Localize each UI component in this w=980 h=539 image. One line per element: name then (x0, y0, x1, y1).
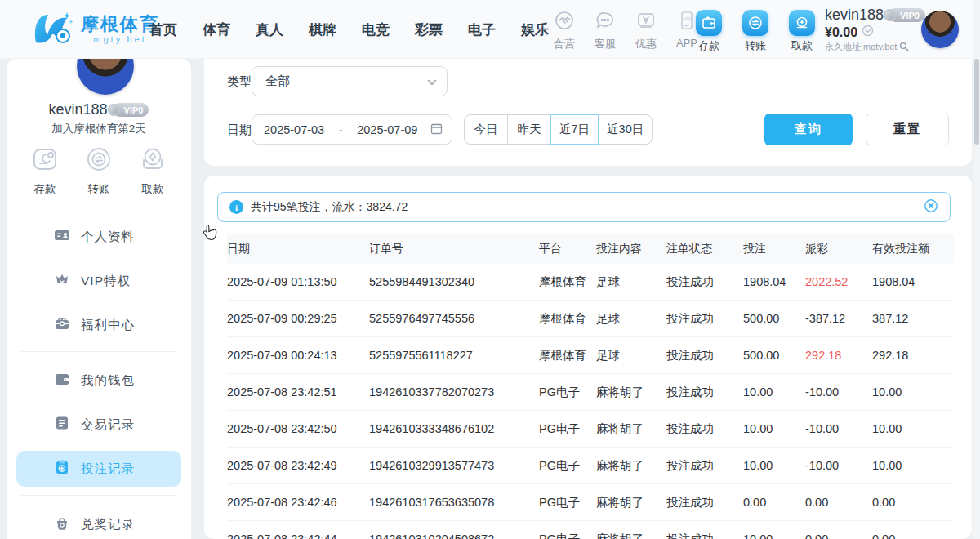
refresh-balance-icon[interactable] (862, 24, 874, 40)
cell-order: 5255975561118227 (369, 349, 539, 362)
sidebar-item-bet-records[interactable]: 投注记录 (16, 451, 181, 487)
header-payout: 派彩 (805, 242, 872, 256)
cell-date: 2025-07-08 23:42:51 (227, 385, 369, 399)
cell-payout: 0.00 (805, 496, 872, 509)
cell-date: 2025-07-09 00:29:25 (227, 312, 369, 325)
nav-item-cards[interactable]: 棋牌 (309, 20, 336, 39)
withdraw-outline-icon (137, 144, 168, 178)
support-button[interactable]: 客服 (590, 10, 621, 51)
cell-status: 投注成功 (666, 421, 743, 437)
date-range-input[interactable]: 2025-07-03 - 2025-07-09 (252, 114, 452, 145)
sidebar-transfer-button[interactable]: 转账 (83, 144, 114, 197)
summary-expand-icon[interactable] (924, 198, 938, 216)
cell-order: 1942610329913577473 (369, 459, 539, 472)
cell-payout: 0.00 (805, 532, 872, 539)
table-row: 2025-07-08 23:42:501942610333348676102PG… (227, 411, 954, 448)
sidebar-menu: 个人资料 VIP特权 福利中心 我的钱包 (7, 219, 191, 539)
table-row: 2025-07-09 00:24:135255975561118227摩根体育足… (227, 337, 954, 374)
table-row: 2025-07-09 00:29:255255976497745556摩根体育足… (227, 301, 954, 337)
sidebar-deposit-button[interactable]: 存款 (29, 144, 60, 197)
menu-divider (21, 495, 176, 496)
sidebar-item-redeem-records[interactable]: 兑奖记录 (16, 506, 181, 539)
type-select[interactable]: 全部 (252, 66, 448, 96)
wallet-icon (54, 371, 70, 390)
cell-order: 1942610337782070273 (369, 385, 539, 399)
cell-payout: -10.00 (805, 385, 872, 399)
cell-date: 2025-07-09 01:13:50 (227, 275, 369, 288)
wallet-actions: 存款 转账 取款 (693, 10, 818, 53)
nav-item-esports[interactable]: 电竞 (362, 20, 390, 39)
nav-item-home[interactable]: 首页 (149, 20, 177, 39)
user-balance: ¥0.00 (825, 25, 858, 40)
brand-logo[interactable]: 摩根体育 mgty.bet (31, 9, 159, 50)
sidebar-item-transactions[interactable]: 交易记录 (16, 407, 181, 443)
filter-panel: 类型: 全部 日期: 2025-07-03 - 2025-07-09 今日 昨天… (204, 59, 972, 166)
cell-valid: 387.12 (872, 312, 954, 325)
table-row: 2025-07-08 23:42:491942610329913577473PG… (227, 448, 954, 484)
brand-name: 摩根体育 (81, 15, 159, 34)
sidebar-item-profile[interactable]: 个人资料 (16, 219, 181, 255)
nav-item-entertainment[interactable]: 娱乐 (521, 20, 549, 39)
cell-payout: -10.00 (805, 422, 872, 435)
cell-valid: 10.00 (872, 459, 954, 472)
cell-platform: 摩根体育 (539, 348, 596, 363)
transfer-outline-icon (83, 144, 114, 178)
scrollbar-thumb[interactable] (974, 59, 979, 145)
bet-record-icon (54, 459, 70, 479)
cell-bet: 10.00 (743, 532, 805, 539)
partner-button[interactable]: 合营 (549, 10, 580, 51)
coupon-icon (635, 10, 657, 34)
header-order: 订单号 (369, 242, 539, 256)
sidebar-item-benefits[interactable]: 福利中心 (16, 307, 181, 343)
nav-item-lottery[interactable]: 彩票 (415, 20, 443, 39)
cell-payout: 2022.52 (805, 275, 872, 288)
range-today-button[interactable]: 今日 (464, 114, 508, 145)
cell-valid: 0.00 (872, 532, 954, 539)
table-row: 2025-07-09 01:13:505255984491302340摩根体育足… (227, 264, 954, 301)
cell-content: 足球 (596, 311, 666, 327)
range-yesterday-button[interactable]: 昨天 (507, 114, 551, 145)
sidebar-item-wallet[interactable]: 我的钱包 (16, 363, 181, 399)
cell-platform: PG电子 (539, 532, 596, 539)
nav-item-live[interactable]: 真人 (256, 20, 283, 39)
profile-vip-badge: VIP0 (113, 103, 149, 117)
cell-platform: PG电子 (539, 385, 596, 400)
cell-bet: 10.00 (743, 459, 805, 472)
cell-status: 投注成功 (666, 495, 743, 510)
menu-divider (21, 351, 176, 352)
cell-status: 投注成功 (666, 348, 743, 363)
cell-content: 麻将胡了 (596, 532, 666, 539)
cell-bet: 500.00 (743, 312, 805, 325)
cell-date: 2025-07-09 00:24:13 (227, 349, 369, 362)
brand-logo-icon (31, 9, 74, 50)
cell-bet: 10.00 (743, 385, 805, 399)
cell-bet: 500.00 (743, 349, 805, 362)
withdraw-button[interactable]: 取款 (786, 10, 818, 53)
table-row: 2025-07-08 23:42:441942610310204508672PG… (227, 521, 954, 539)
user-block[interactable]: kevin188 VIP0 ¥0.00 永久地址:mgty.bet (825, 7, 925, 53)
range-30days-button[interactable]: 近30日 (598, 114, 653, 145)
transfer-button[interactable]: 转账 (739, 10, 772, 53)
chevron-down-icon (427, 74, 437, 89)
cell-order: 1942610310204508672 (369, 532, 539, 539)
magnifier-icon[interactable] (899, 42, 909, 53)
cell-payout: -10.00 (805, 459, 872, 472)
cell-valid: 10.00 (872, 422, 954, 435)
reset-button[interactable]: 重置 (866, 114, 949, 145)
sidebar-withdraw-button[interactable]: 取款 (137, 144, 168, 197)
handshake-icon (554, 10, 575, 34)
deposit-button[interactable]: 存款 (693, 10, 725, 53)
page-scrollbar[interactable] (973, 0, 980, 539)
brand-domain: mgty.bet (81, 34, 159, 44)
nav-item-slots[interactable]: 电子 (468, 20, 496, 39)
profile-name: kevin188 (49, 101, 108, 118)
header-status: 注单状态 (666, 242, 743, 256)
sidebar-item-vip[interactable]: VIP特权 (16, 263, 181, 299)
user-avatar[interactable] (921, 11, 959, 48)
promo-button[interactable]: 优惠 (630, 10, 662, 51)
range-7days-button[interactable]: 近7日 (550, 114, 599, 145)
table-row: 2025-07-08 23:42:461942610317653635078PG… (227, 484, 954, 521)
search-button[interactable]: 查询 (764, 114, 853, 145)
nav-item-sports[interactable]: 体育 (203, 20, 230, 39)
cell-order: 1942610333348676102 (369, 422, 539, 435)
